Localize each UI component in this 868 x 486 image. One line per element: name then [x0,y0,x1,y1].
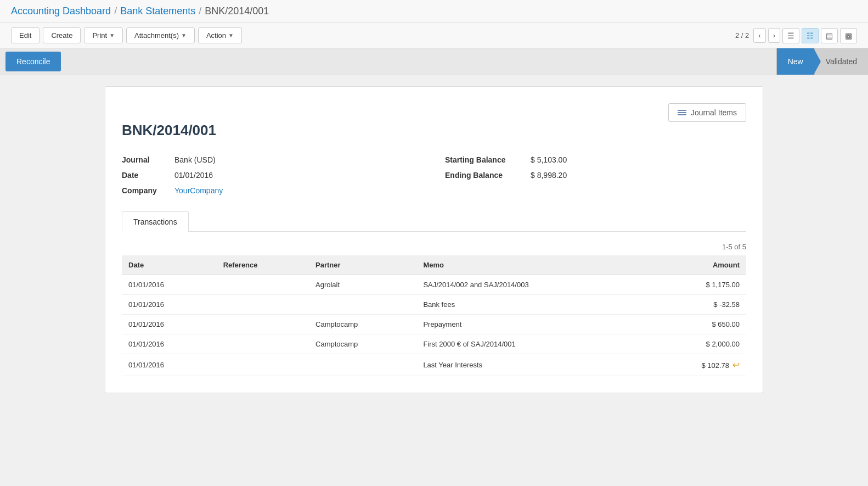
toolbar-left: Edit Create Print ▼ Attachment(s) ▼ Acti… [11,27,732,43]
record-title: BNK/2014/001 [122,122,746,139]
cell-date: 01/01/2016 [122,275,217,295]
col-amount: Amount [647,255,746,275]
cell-partner [309,295,416,315]
cell-partner: Camptocamp [309,334,416,354]
print-button[interactable]: Print ▼ [84,27,123,43]
form-section-left: Journal Bank (USD) Date 01/01/2016 Compa… [122,155,423,195]
balance-row-starting: Starting Balance $ 5,103.00 [445,155,746,164]
main-content: Journal Items BNK/2014/001 Journal Bank … [0,75,868,473]
cell-amount: $ -32.58 [647,295,746,315]
ending-balance-value: $ 8,998.20 [531,171,567,180]
cell-memo: Last Year Interests [416,354,646,376]
attachments-label: Attachment(s) [134,31,179,40]
breadcrumb-current: BNK/2014/001 [205,5,269,17]
starting-balance-value: $ 5,103.00 [531,155,567,164]
attachments-button[interactable]: Attachment(s) ▼ [126,27,195,43]
col-date: Date [122,255,217,275]
form-grid: Journal Bank (USD) Date 01/01/2016 Compa… [122,155,746,195]
cell-reference [217,334,309,354]
cell-partner: Camptocamp [309,315,416,334]
tab-transactions[interactable]: Transactions [122,211,189,232]
cell-memo: SAJ/2014/002 and SAJ/2014/003 [416,275,646,295]
form-row-journal: Journal Bank (USD) [122,155,423,164]
status-bar: Reconcile New Validated [0,48,868,75]
pagination-text: 2 / 2 [735,31,749,40]
cell-memo: First 2000 € of SAJ/2014/001 [416,334,646,354]
workflow-validated-label: Validated [826,57,857,66]
toolbar: Edit Create Print ▼ Attachment(s) ▼ Acti… [0,23,868,48]
workflow-new-label: New [788,57,803,66]
record-card: Journal Items BNK/2014/001 Journal Bank … [105,86,763,393]
journal-items-button[interactable]: Journal Items [668,103,746,122]
workflow-steps: New Validated [776,48,868,75]
tabs: Transactions [122,211,746,232]
table-meta: 1-5 of 5 [122,243,746,251]
chart-view-button[interactable]: ▩ [840,28,857,43]
breadcrumb-dashboard[interactable]: Accounting Dashboard [11,5,111,17]
col-reference: Reference [217,255,309,275]
cell-reference [217,275,309,295]
action-button[interactable]: Action ▼ [198,27,242,43]
company-label: Company [122,186,166,195]
ending-balance-label: Ending Balance [445,171,522,180]
list-view-button[interactable]: ☰ [782,28,799,43]
toolbar-right: 2 / 2 ‹ › ☰ ☷ ▤ ▩ [735,28,857,43]
cell-reference [217,295,309,315]
table-row[interactable]: 01/01/2016Last Year Interests$ 102.78↩ [122,354,746,376]
transactions-table: Date Reference Partner Memo Amount 01/01… [122,255,746,376]
cell-reference [217,354,309,376]
cell-reference [217,315,309,334]
workflow-step-new[interactable]: New [776,48,814,75]
journal-items-label: Journal Items [691,108,737,117]
table-row[interactable]: 01/01/2016CamptocampFirst 2000 € of SAJ/… [122,334,746,354]
table-row[interactable]: 01/01/2016CamptocampPrepayment$ 650.00 [122,315,746,334]
print-label: Print [92,31,107,40]
journal-label: Journal [122,155,166,164]
journal-items-icon [678,110,686,115]
cell-date: 01/01/2016 [122,354,217,376]
cell-amount: $ 102.78↩ [647,354,746,376]
table-header-row: Date Reference Partner Memo Amount [122,255,746,275]
action-label: Action [206,31,226,40]
balance-row-ending: Ending Balance $ 8,998.20 [445,171,746,180]
table-row[interactable]: 01/01/2016Bank fees$ -32.58 [122,295,746,315]
cell-date: 01/01/2016 [122,295,217,315]
breadcrumb-bank-statements[interactable]: Bank Statements [120,5,195,17]
date-value: 01/01/2016 [174,171,213,180]
print-chevron-icon: ▼ [109,32,115,38]
reconcile-button[interactable]: Reconcile [5,52,61,71]
breadcrumb-sep-1: / [114,5,117,17]
cell-date: 01/01/2016 [122,315,217,334]
table-row[interactable]: 01/01/2016AgrolaitSAJ/2014/002 and SAJ/2… [122,275,746,295]
cell-partner: Agrolait [309,275,416,295]
cell-amount: $ 650.00 [647,315,746,334]
status-spacer [66,48,776,75]
date-label: Date [122,171,166,180]
form-view-button[interactable]: ☷ [802,28,819,43]
prev-button[interactable]: ‹ [753,28,765,43]
flag-icon: ↩ [732,360,740,370]
next-button[interactable]: › [768,28,780,43]
workflow-step-validated[interactable]: Validated [814,48,868,75]
starting-balance-label: Starting Balance [445,155,522,164]
kanban-view-button[interactable]: ▤ [821,28,838,43]
balance-section: Starting Balance $ 5,103.00 Ending Balan… [445,155,746,195]
edit-button[interactable]: Edit [11,27,40,43]
company-value[interactable]: YourCompany [174,186,223,195]
breadcrumb-bar: Accounting Dashboard / Bank Statements /… [0,0,868,23]
cell-partner [309,354,416,376]
attachments-chevron-icon: ▼ [181,32,187,38]
breadcrumb-sep-2: / [199,5,201,17]
form-row-company: Company YourCompany [122,186,423,195]
cell-memo: Prepayment [416,315,646,334]
form-row-date: Date 01/01/2016 [122,171,423,180]
cell-memo: Bank fees [416,295,646,315]
col-memo: Memo [416,255,646,275]
journal-value: Bank (USD) [174,155,216,164]
create-button[interactable]: Create [43,27,81,43]
col-partner: Partner [309,255,416,275]
cell-date: 01/01/2016 [122,334,217,354]
cell-amount: $ 1,175.00 [647,275,746,295]
action-chevron-icon: ▼ [228,32,234,38]
cell-amount: $ 2,000.00 [647,334,746,354]
